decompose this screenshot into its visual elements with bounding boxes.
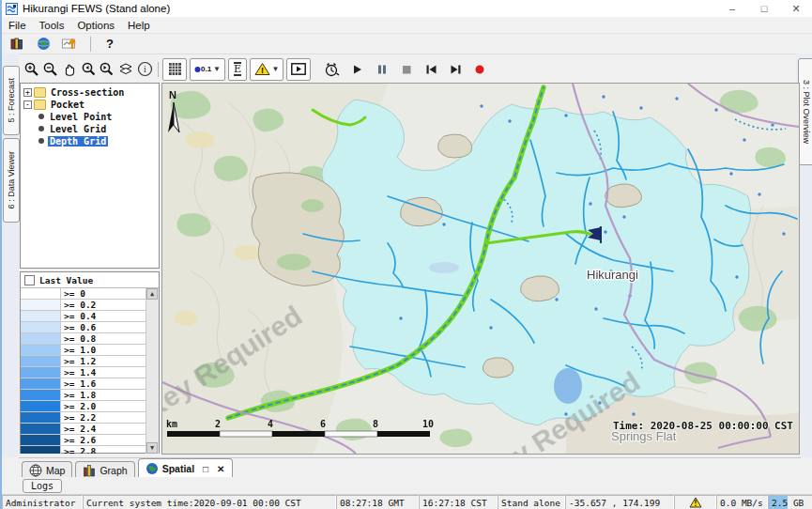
- step-forward-icon[interactable]: [446, 60, 465, 79]
- status-mode: Stand alone: [498, 495, 565, 509]
- tab-spatial-label: Spatial: [162, 463, 194, 474]
- tree-item-label: Level Point: [48, 112, 114, 122]
- window-title: Hikurangi FEWS (Stand alone): [23, 3, 170, 14]
- expander-icon[interactable]: +: [23, 88, 32, 97]
- tab-close-icon[interactable]: ✕: [217, 464, 224, 474]
- timer-icon[interactable]: [322, 60, 341, 79]
- legend-row: >= 1.6: [21, 378, 159, 390]
- legend-swatch: [21, 333, 61, 344]
- application-window: Hikurangi FEWS (Stand alone) – □ ✕ File …: [0, 0, 812, 509]
- minimize-button[interactable]: –: [716, 0, 748, 17]
- tree-item-level-point[interactable]: Level Point: [23, 111, 159, 122]
- legend-swatch: [21, 412, 61, 423]
- folder-icon: [34, 87, 46, 98]
- zoom-in-icon[interactable]: [23, 60, 41, 79]
- legend-swatch: [21, 367, 61, 378]
- svg-text:4: 4: [268, 419, 273, 429]
- stop-icon[interactable]: [397, 60, 416, 79]
- record-icon[interactable]: [470, 60, 489, 79]
- logs-row: Logs: [19, 477, 802, 494]
- legend-row: >= 0: [21, 288, 159, 300]
- grid-display-button[interactable]: [162, 58, 187, 81]
- scroll-up-icon[interactable]: ▲: [146, 288, 158, 300]
- legend-row: >= 1.0: [21, 345, 159, 356]
- map-view[interactable]: API Key Required API Key Required Hikura…: [161, 83, 800, 455]
- scale-e-label: E: [234, 62, 241, 76]
- legend-row: >= 0.6: [21, 322, 159, 333]
- play-icon[interactable]: [348, 60, 367, 79]
- scroll-down-icon[interactable]: ▼: [146, 442, 158, 454]
- tree-item-label: Cross-section: [49, 87, 126, 98]
- node-bullet-icon: [38, 138, 44, 144]
- menu-help[interactable]: Help: [121, 20, 157, 31]
- layers-tree-panel: + Cross-section - Pocket Level Point Lev…: [20, 83, 160, 269]
- map-globe-icon[interactable]: [34, 35, 53, 54]
- svg-text:8: 8: [373, 419, 378, 429]
- tab-plot-overview[interactable]: 3 : Plot Overview: [798, 58, 812, 165]
- status-user: Administrator: [2, 495, 83, 509]
- threshold-value: 0.1: [201, 65, 211, 73]
- tree-item-label-selected: Depth Grid: [48, 136, 108, 147]
- legend-row: >= 1.2: [21, 356, 159, 367]
- expander-icon[interactable]: -: [23, 100, 32, 109]
- logs-button[interactable]: Logs: [23, 479, 62, 493]
- svg-text:6: 6: [320, 419, 326, 429]
- help-icon[interactable]: ?: [102, 37, 117, 51]
- status-warning[interactable]: !: [674, 495, 716, 509]
- svg-text:i: i: [144, 64, 146, 74]
- tab-forecast[interactable]: 5 : Forecast: [3, 66, 20, 135]
- status-local-time: 16:27:18 CST: [419, 495, 498, 509]
- svg-text:N: N: [169, 89, 176, 100]
- last-value-checkbox[interactable]: [24, 275, 35, 285]
- menu-file[interactable]: File: [2, 20, 33, 31]
- tab-map-label: Map: [46, 465, 65, 476]
- menu-options[interactable]: Options: [70, 20, 121, 31]
- close-button[interactable]: ✕: [780, 0, 812, 17]
- animation-window-button[interactable]: [286, 58, 311, 81]
- database-icon[interactable]: [8, 35, 26, 54]
- legend-row: >= 2.4: [21, 424, 159, 435]
- tab-spatial[interactable]: Spatial □ ✕: [138, 458, 233, 478]
- zoom-previous-icon[interactable]: [79, 60, 98, 79]
- pan-hand-icon[interactable]: [60, 60, 79, 79]
- warnings-dropdown[interactable]: !▼: [250, 58, 283, 81]
- tree-item-level-grid[interactable]: Level Grid: [23, 123, 159, 134]
- tab-map[interactable]: Map: [22, 461, 72, 478]
- layers-icon[interactable]: [116, 60, 135, 79]
- folder-icon: [34, 100, 46, 110]
- tab-maximize-icon[interactable]: □: [203, 464, 208, 474]
- tree-item-label: Pocket: [49, 100, 86, 110]
- status-coordinates: -35.657 , 174.199: [565, 495, 674, 509]
- menu-tools[interactable]: Tools: [33, 20, 71, 31]
- tree-item-pocket[interactable]: - Pocket: [23, 99, 159, 110]
- legend-swatch: [21, 424, 61, 434]
- legend-row: >= 2.6: [21, 435, 159, 446]
- pause-icon[interactable]: [373, 60, 391, 79]
- tab-data-viewer[interactable]: 6 : Data Viewer: [3, 138, 20, 223]
- globe-grid-icon: [29, 464, 42, 477]
- svg-text:km: km: [166, 419, 177, 429]
- zoom-next-icon[interactable]: [98, 60, 116, 79]
- legend-swatch: [21, 311, 61, 321]
- tab-graph[interactable]: Graph: [75, 461, 134, 478]
- tree-item-depth-grid[interactable]: Depth Grid: [23, 135, 159, 147]
- main-toolbar: ?: [2, 34, 812, 54]
- tree-item-cross-section[interactable]: + Cross-section: [23, 86, 159, 98]
- zoom-out-icon[interactable]: [41, 60, 60, 79]
- contour-threshold-dropdown[interactable]: 0.1▼: [190, 58, 225, 81]
- legend-swatch: [21, 356, 61, 366]
- bar-chart-icon: [83, 464, 96, 477]
- info-icon[interactable]: i: [135, 60, 154, 79]
- maximize-button[interactable]: □: [748, 0, 780, 17]
- timeseries-chart-icon[interactable]: [60, 35, 79, 54]
- status-system-time: Current system time:2020-09-01 00:00 CST: [83, 495, 336, 509]
- svg-text:!: !: [261, 66, 264, 75]
- svg-text:10: 10: [422, 419, 434, 429]
- title-bar: Hikurangi FEWS (Stand alone) – □ ✕: [2, 0, 812, 17]
- legend-scale-button[interactable]: E: [228, 58, 247, 81]
- legend-swatch: [21, 378, 61, 389]
- step-back-icon[interactable]: [421, 60, 440, 79]
- legend-row: >= 2.0: [21, 401, 159, 412]
- warning-triangle-icon: !: [689, 497, 702, 508]
- legend-scrollbar[interactable]: ▲ ▼: [146, 288, 159, 454]
